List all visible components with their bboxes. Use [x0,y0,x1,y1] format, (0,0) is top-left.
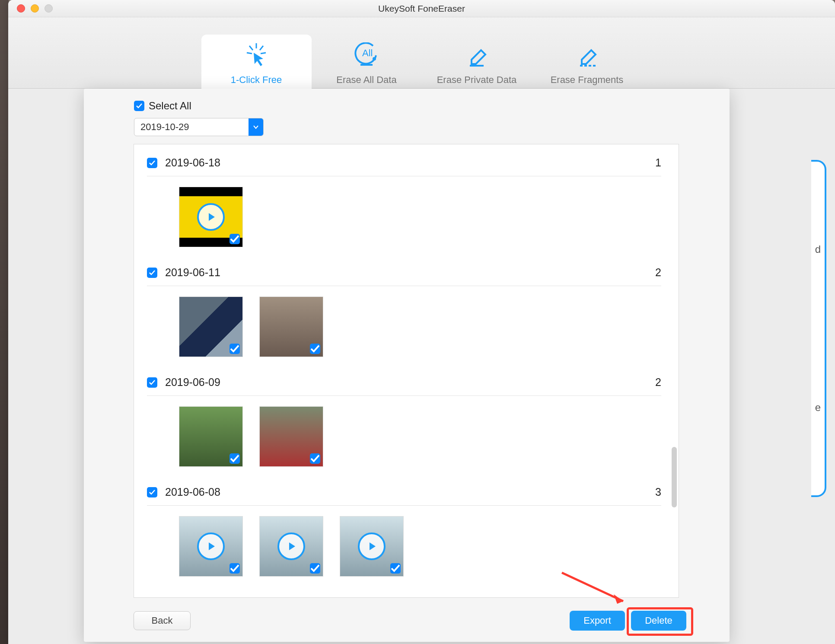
svg-line-4 [247,53,252,54]
media-thumbnail[interactable] [179,406,243,467]
select-all-checkbox[interactable] [134,101,144,111]
window-controls [8,4,53,13]
date-group: 2019-06-18 1 [147,152,661,251]
group-date: 2019-06-08 [165,486,655,498]
svg-line-1 [260,46,263,50]
group-count: 1 [655,156,661,169]
media-thumbnail[interactable] [259,516,323,577]
select-all-row: Select All [134,100,679,112]
thumb-checkbox[interactable] [310,563,320,574]
group-date: 2019-06-11 [165,266,655,279]
media-thumbnail[interactable] [179,187,243,247]
app-title: UkeySoft FoneEraser [378,3,465,14]
media-thumbnail[interactable] [259,406,323,467]
thumb-checkbox[interactable] [229,563,240,574]
group-checkbox[interactable] [147,377,157,388]
select-all-label: Select All [149,100,191,112]
play-icon [197,203,225,231]
media-thumbnail[interactable] [340,516,404,577]
tab-label: Erase Private Data [437,74,517,86]
group-count: 2 [655,376,661,389]
svg-rect-9 [580,65,583,67]
underlying-panel-edge: d e [811,160,826,497]
eraser-private-icon [464,42,490,68]
maximize-window-button[interactable] [45,4,53,13]
play-icon [277,532,305,560]
desktop-background [0,0,9,644]
scrollbar-thumb[interactable] [672,447,677,507]
svg-point-6 [373,57,376,61]
panel-footer: Back Export Delete [134,611,686,631]
tab-1-click-free[interactable]: 1-Click Free [201,35,312,93]
thumb-checkbox[interactable] [229,453,240,464]
svg-rect-10 [584,65,587,67]
svg-line-2 [249,46,253,50]
tab-erase-private-data[interactable]: Erase Private Data [422,35,532,93]
tab-label: 1-Click Free [231,74,282,86]
back-button[interactable]: Back [134,611,191,630]
thumb-checkbox[interactable] [310,344,320,354]
export-button[interactable]: Export [570,611,625,631]
svg-rect-12 [593,65,596,67]
play-icon [358,532,386,560]
main-tabbar: 1-Click Free All Erase All Data Erase Pr… [8,17,835,89]
tab-erase-all-data[interactable]: All Erase All Data [312,35,422,93]
tab-label: Erase Fragments [551,74,624,86]
delete-button[interactable]: Delete [631,611,686,631]
svg-rect-11 [589,65,591,67]
group-checkbox[interactable] [147,268,157,278]
thumb-checkbox[interactable] [310,453,320,464]
group-date: 2019-06-18 [165,156,655,169]
media-thumbnail[interactable] [179,516,243,577]
close-window-button[interactable] [17,4,25,13]
date-filter-dropdown[interactable]: 2019-10-29 [134,118,264,136]
media-list-scroll[interactable]: 2019-06-18 1 2019-06-11 [134,144,679,597]
erase-all-icon: All [354,42,379,68]
minimize-window-button[interactable] [31,4,39,13]
group-count: 2 [655,266,661,279]
svg-line-3 [261,53,266,54]
media-thumbnail[interactable] [259,296,323,357]
cursor-click-icon [243,42,269,68]
date-group: 2019-06-08 3 [147,481,661,580]
tab-label: Erase All Data [336,74,396,86]
check-icon [136,102,143,109]
svg-rect-8 [470,65,484,67]
group-date: 2019-06-09 [165,376,655,389]
date-group: 2019-06-11 2 [147,262,661,360]
thumb-checkbox[interactable] [390,563,401,574]
date-filter-value: 2019-10-29 [134,121,195,133]
media-thumbnail[interactable] [179,296,243,357]
media-selection-panel: Select All 2019-10-29 2019-06-18 1 [84,89,730,642]
eraser-fragments-icon [574,42,600,68]
play-icon [197,532,225,560]
chevron-down-icon [249,118,263,136]
thumb-checkbox[interactable] [229,344,240,354]
panel-controls: Select All 2019-10-29 [84,89,730,141]
tab-erase-fragments[interactable]: Erase Fragments [532,35,642,93]
group-checkbox[interactable] [147,487,157,497]
media-list: 2019-06-18 1 2019-06-11 [134,144,679,598]
thumb-checkbox[interactable] [229,234,240,244]
group-checkbox[interactable] [147,158,157,168]
svg-text:All: All [362,48,373,58]
svg-rect-7 [360,64,373,66]
date-group: 2019-06-09 2 [147,372,661,470]
titlebar: UkeySoft FoneEraser [8,0,835,17]
group-count: 3 [655,486,661,498]
app-window: UkeySoft FoneEraser 1-Click Free All Era… [8,0,835,644]
